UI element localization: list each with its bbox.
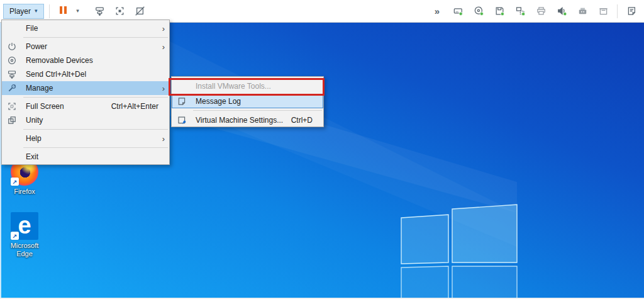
network-adapter-button[interactable] xyxy=(513,4,528,19)
hard-disk-icon xyxy=(453,6,464,16)
desktop-icon-label: Microsoft Edge xyxy=(6,242,43,258)
submenu-arrow-icon: › xyxy=(160,84,165,93)
menu-item-manage[interactable]: Manage › xyxy=(2,81,169,95)
menu-shortcut: Ctrl+Alt+Enter xyxy=(111,102,158,111)
usb-device-icon xyxy=(577,6,588,16)
shortcut-arrow-icon: ↗ xyxy=(11,232,19,240)
player-menu-button-label: Player xyxy=(9,7,31,16)
menu-item-exit[interactable]: Exit xyxy=(2,150,169,164)
wrench-icon xyxy=(7,83,26,93)
floppy-button[interactable] xyxy=(492,4,507,19)
pause-icon xyxy=(59,6,68,16)
pause-dropdown-button[interactable]: ▾ xyxy=(74,4,82,19)
menu-item-full-screen[interactable]: Full Screen Ctrl+Alt+Enter xyxy=(2,99,169,113)
chevron-down-icon: ▾ xyxy=(76,8,79,14)
menu-item-virtual-machine-settings[interactable]: Virtual Machine Settings... Ctrl+D xyxy=(172,113,323,127)
menu-item-file[interactable]: File › xyxy=(2,21,169,35)
player-menu-button[interactable]: Player ▾ xyxy=(3,4,44,19)
menu-separator xyxy=(23,147,168,148)
menu-separator xyxy=(23,37,168,38)
windows-logo-graphic xyxy=(401,205,517,299)
menu-item-install-vmware-tools[interactable]: Install VMware Tools... xyxy=(172,78,323,94)
message-log-button[interactable] xyxy=(624,4,639,19)
exit-unity-button[interactable] xyxy=(133,4,148,19)
menu-separator xyxy=(193,110,322,111)
menu-shortcut: Ctrl+D xyxy=(291,116,313,125)
sound-icon xyxy=(557,6,567,16)
device-status-toolbar: » xyxy=(428,4,640,19)
usb-device-button[interactable] xyxy=(575,4,590,19)
edge-logo-letter: e xyxy=(18,213,31,237)
fullscreen-button[interactable] xyxy=(113,4,128,19)
submenu-arrow-icon: › xyxy=(160,25,165,33)
send-ctrl-alt-del-icon xyxy=(94,6,105,16)
sound-button[interactable] xyxy=(554,4,569,19)
vm-settings-icon xyxy=(177,115,196,125)
toolbar-separator xyxy=(49,4,50,18)
removable-devices-icon xyxy=(7,55,26,65)
network-adapter-icon xyxy=(515,6,526,16)
printer-button[interactable] xyxy=(533,4,548,19)
menu-item-message-log[interactable]: Message Log xyxy=(172,94,323,108)
fullscreen-icon xyxy=(7,101,26,111)
vmware-player-window: Player ▾ ▾ xyxy=(0,0,644,299)
shortcut-arrow-icon: ↗ xyxy=(11,178,19,186)
fullscreen-icon xyxy=(114,6,125,16)
cd-dvd-button[interactable] xyxy=(471,4,486,19)
submenu-arrow-icon: › xyxy=(160,135,165,143)
toolbar-separator xyxy=(617,4,618,18)
menu-item-unity[interactable]: Unity xyxy=(2,113,169,127)
pause-button[interactable] xyxy=(56,4,71,19)
chevron-down-icon: ▾ xyxy=(35,8,38,14)
menu-item-removable-devices[interactable]: Removable Devices xyxy=(2,54,169,67)
printer-icon xyxy=(536,6,547,16)
floppy-icon xyxy=(494,6,505,16)
message-log-icon xyxy=(177,96,196,106)
manage-submenu: Install VMware Tools... Message Log Virt… xyxy=(171,76,324,127)
menu-separator xyxy=(23,129,168,130)
desktop-icon-microsoft-edge[interactable]: e ↗ Microsoft Edge xyxy=(0,212,49,258)
menu-item-send-ctrl-alt-del[interactable]: Send Ctrl+Alt+Del xyxy=(2,67,169,81)
desktop-icon-label: Firefox xyxy=(0,188,49,196)
message-log-icon xyxy=(626,6,637,16)
unity-icon xyxy=(7,115,26,125)
player-menu: File › Power › Removable Devices xyxy=(1,20,170,165)
send-ctrl-alt-del-icon xyxy=(7,69,26,79)
tray-icon xyxy=(598,6,609,16)
send-ctrl-alt-del-button[interactable] xyxy=(92,4,108,19)
cd-dvd-icon xyxy=(474,6,484,16)
exit-unity-icon xyxy=(135,6,145,16)
hard-disk-button[interactable] xyxy=(450,4,465,19)
menu-item-help[interactable]: Help › xyxy=(2,132,169,145)
menu-separator xyxy=(23,97,168,98)
tray-button[interactable] xyxy=(596,4,611,19)
menu-item-power[interactable]: Power › xyxy=(2,40,169,54)
expand-toolbar-chevrons-icon: » xyxy=(435,6,440,16)
power-icon xyxy=(7,42,26,52)
expand-toolbar-button[interactable]: » xyxy=(430,4,445,19)
submenu-arrow-icon: › xyxy=(160,43,165,51)
